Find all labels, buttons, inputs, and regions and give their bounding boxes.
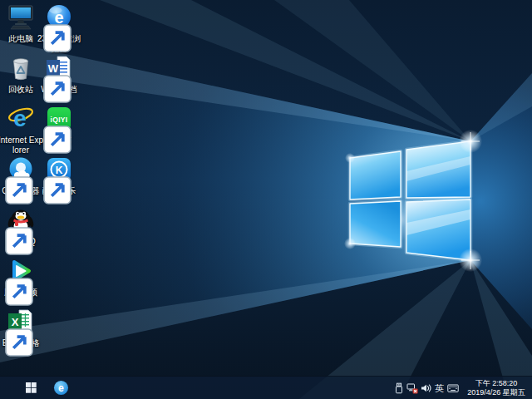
shortcut-arrow-icon bbox=[43, 176, 52, 185]
touch-keyboard-icon bbox=[447, 382, 459, 394]
network-tray-button[interactable] bbox=[406, 377, 419, 399]
svg-text:e: e bbox=[13, 106, 27, 131]
recycle-bin-icon bbox=[7, 54, 35, 82]
svg-text:W: W bbox=[48, 62, 59, 75]
shortcut-arrow-icon bbox=[43, 75, 52, 83]
desktop-icon-tencent-qq[interactable]: 腾讯QQ bbox=[0, 206, 44, 247]
desktop-icon-word[interactable]: W Word文档 bbox=[36, 54, 82, 95]
volume-tray-button[interactable] bbox=[419, 377, 432, 399]
internet-explorer-icon: e bbox=[7, 105, 35, 133]
desktop-icon-2345-browser[interactable]: e 2345加速浏览器 bbox=[36, 3, 82, 54]
taskbar: e bbox=[0, 376, 532, 399]
usb-icon bbox=[393, 382, 405, 394]
shortcut-arrow-icon bbox=[5, 278, 13, 286]
windows-logo-icon bbox=[26, 382, 37, 393]
windows-desktop: 此电脑 e 2345加速浏览器 bbox=[0, 0, 532, 399]
volume-icon bbox=[420, 382, 431, 394]
desktop-icon-kugou-music[interactable]: K 酷狗音乐 bbox=[36, 155, 82, 196]
clock-date: 2019/4/26 星期五 bbox=[465, 388, 528, 397]
system-tray: 英 下午 2:58:20 2019/4/26 星期五 bbox=[392, 377, 532, 399]
this-pc-icon bbox=[7, 3, 35, 32]
shortcut-arrow-icon bbox=[5, 328, 13, 337]
desktop-icon-iqiyi[interactable]: iQIYI 爱奇艺 bbox=[36, 105, 82, 145]
touch-keyboard-tray-button[interactable] bbox=[446, 377, 460, 399]
shortcut-arrow-icon bbox=[5, 176, 13, 185]
shortcut-arrow-icon bbox=[43, 24, 52, 32]
network-disconnected-icon bbox=[406, 382, 418, 394]
svg-text:iQIYI: iQIYI bbox=[51, 116, 68, 124]
desktop-icon-excel[interactable]: X Excel表格 bbox=[0, 308, 44, 348]
clock-time: 下午 2:58:20 bbox=[465, 379, 528, 388]
ime-indicator[interactable]: 英 bbox=[432, 377, 446, 399]
shortcut-arrow-icon bbox=[43, 126, 52, 134]
browser-e-icon: e bbox=[53, 380, 69, 396]
start-button[interactable] bbox=[18, 377, 43, 399]
shortcut-arrow-icon bbox=[5, 227, 13, 235]
taskbar-browser-button[interactable]: e bbox=[48, 377, 73, 399]
svg-text:X: X bbox=[12, 316, 19, 328]
desktop-icon-tencent-video[interactable]: 腾讯视频 bbox=[0, 257, 44, 298]
taskbar-clock[interactable]: 下午 2:58:20 2019/4/26 星期五 bbox=[465, 379, 528, 397]
svg-text:e: e bbox=[58, 382, 64, 394]
ime-label: 英 bbox=[435, 382, 444, 395]
usb-tray-button[interactable] bbox=[392, 377, 406, 399]
svg-text:K: K bbox=[56, 165, 63, 176]
